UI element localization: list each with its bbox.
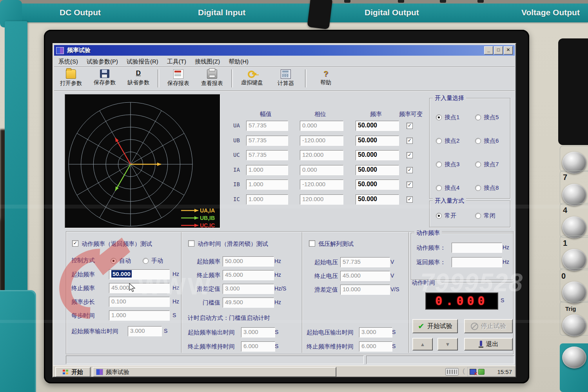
freq-variable-checkbox-UC[interactable]: ✓ [407, 152, 413, 158]
amplitude-field-IB[interactable]: 1.000 [246, 180, 288, 190]
phase-field-IC[interactable]: 120.000 [300, 194, 343, 205]
start-test-button[interactable]: ✔ 开始试验 [412, 319, 458, 333]
frequency-field-UB[interactable]: 50.000 [356, 136, 399, 146]
phase-field-UA[interactable]: 0.000 [300, 121, 343, 131]
stop-test-button[interactable]: 停止试验 [464, 319, 513, 333]
phase-field-UC[interactable]: 120.000 [300, 150, 343, 160]
lv-slip-setting-field[interactable]: 10.000 [340, 285, 390, 295]
amplitude-field-IC[interactable]: 1.000 [246, 194, 288, 205]
freq-variable-checkbox-IB[interactable]: ✓ [407, 181, 413, 188]
control-mode-radio-自动[interactable]: 自动 [111, 257, 131, 265]
contact-radio-接点5[interactable]: 接点5 [475, 114, 499, 121]
maximize-button[interactable]: □ [494, 46, 503, 54]
exit-button[interactable]: 退出 [464, 338, 513, 350]
menu-item-5[interactable]: 帮助(H) [224, 57, 253, 67]
frequency-field-UC[interactable]: 50.000 [356, 150, 399, 160]
contact-radio-接点2[interactable]: 接点2 [436, 137, 459, 145]
toolbar-save-floppy-button[interactable]: 保存参数 [88, 69, 122, 86]
toolbar-open-folder-button[interactable]: 打开参数 [54, 69, 88, 87]
action-frequency-result-field[interactable] [452, 243, 502, 253]
contact-radio-接点1[interactable]: 接点1 [436, 114, 459, 121]
fa-frequency-step-field[interactable]: 0.100 [109, 297, 170, 307]
phase-field-IB[interactable]: -120.000 [300, 180, 343, 190]
freq-variable-checkbox-IA[interactable]: ✓ [407, 167, 413, 173]
menu-item-4[interactable]: 接线图(Z) [191, 57, 224, 67]
freq-variable-checkbox-IC[interactable]: ✓ [407, 196, 413, 203]
step-up-button[interactable]: ▲ [412, 338, 433, 350]
frequency-field-UA[interactable]: 50.000 [356, 121, 399, 131]
minimize-button[interactable]: _ [484, 46, 493, 54]
phase-field-UB[interactable]: -120.000 [300, 136, 343, 146]
radio-icon [111, 258, 116, 264]
connector-nub [440, 0, 446, 3]
contact-mode-radio-常开[interactable]: 常开 [436, 212, 456, 220]
contact-radio-接点7[interactable]: 接点7 [475, 161, 499, 168]
fa-stop-frequency-field[interactable]: 45.000 [109, 283, 170, 293]
menu-item-2[interactable]: 试验报告(R) [122, 57, 163, 67]
menu-item-1[interactable]: 试验参数(P) [82, 57, 122, 67]
column-header-freq-variable: 频率可变 [397, 111, 425, 118]
lv-stop-voltage-field[interactable]: 45.000 [340, 271, 390, 281]
freq-variable-checkbox-UA[interactable]: ✓ [407, 123, 413, 129]
frequency-field-IB[interactable]: 50.000 [356, 180, 399, 190]
freq-action-checkbox[interactable]: ✓ [72, 240, 78, 247]
at-start-frequency-field[interactable]: 50.000 [223, 256, 274, 267]
default-params-icon: D [134, 69, 143, 78]
amplitude-field-UC[interactable]: 57.735 [246, 150, 288, 160]
toolbar-help-button[interactable]: ?帮助 [309, 69, 343, 86]
task-button-frequency-test[interactable]: 频率试验 [93, 367, 336, 377]
fa-start-frequency-field[interactable]: 50.000 [109, 269, 170, 279]
at-threshold-field[interactable]: 49.500 [223, 298, 274, 308]
toolbar-view-report-printer-button[interactable]: 查看报表 [195, 69, 229, 87]
frequency-field-IA[interactable]: 50.000 [356, 165, 399, 175]
lv-start-voltage-output-time-field[interactable]: 3.000 [359, 327, 392, 338]
tray-utility-icon[interactable] [478, 369, 485, 375]
network-disconnected-icon[interactable] [470, 369, 476, 375]
toolbar-save-report-button[interactable]: 保存报表 [162, 69, 195, 87]
freq-variable-checkbox-UB[interactable]: ✓ [407, 138, 413, 144]
amplitude-field-IA[interactable]: 1.000 [246, 165, 288, 175]
hardware-button-label-0: 0 [561, 272, 566, 281]
at-stop-frequency-field[interactable]: 45.000 [223, 270, 274, 280]
action-time-checkbox[interactable] [188, 240, 194, 247]
contact-radio-接点4[interactable]: 接点4 [436, 184, 459, 192]
input-method-keyboard-icon[interactable] [445, 368, 459, 376]
toolbar-calculator-button[interactable]: 计算器 [269, 69, 303, 87]
toolbar-separator [231, 69, 233, 87]
menu-item-3[interactable]: 工具(T) [163, 57, 191, 67]
fa-step-time-unit: S [172, 312, 176, 318]
phase-field-IA[interactable]: 0.000 [300, 165, 343, 175]
menu-item-0[interactable]: 系统(S) [54, 57, 82, 67]
amplitude-field-UA[interactable]: 57.735 [246, 121, 288, 131]
toolbar-default-params-button[interactable]: D缺省参数 [122, 69, 155, 86]
fa-stop-frequency-unit: Hz [172, 285, 179, 291]
return-frequency-result-field[interactable] [452, 257, 502, 267]
up-arrow-icon: ▲ [420, 341, 425, 347]
control-mode-radio-手动[interactable]: 手动 [143, 257, 163, 265]
contact-mode-radio-常闭[interactable]: 常闭 [475, 212, 495, 220]
close-button[interactable]: ✕ [504, 46, 513, 54]
toolbar-virtual-keyboard-key-button[interactable]: 虚拟键盘 [235, 69, 269, 86]
at-slip-setting-field[interactable]: 3.000 [223, 284, 274, 294]
frequency-field-IC[interactable]: 50.000 [356, 194, 399, 205]
lv-start-voltage-field[interactable]: 57.735 [340, 257, 390, 267]
contact-radio-接点6[interactable]: 接点6 [475, 137, 499, 145]
bezel-band: DC OutputDigital InputDigital OutputVolt… [0, 4, 588, 22]
lv-stop-frequency-hold-time-field[interactable]: 6.000 [359, 341, 392, 352]
at-start-frequency-label: 起始频率 [188, 258, 220, 265]
at-start-frequency-output-time-field[interactable]: 3.000 [241, 327, 275, 338]
fa-step-time-field[interactable]: 1.000 [109, 310, 170, 321]
step-down-button[interactable]: ▼ [437, 338, 458, 350]
at-stop-frequency-hold-time-field[interactable]: 6.000 [241, 341, 275, 352]
check-icon: ✔ [418, 322, 425, 330]
bezel-label-2: Digital Output [365, 8, 419, 17]
amplitude-field-UB[interactable]: 57.735 [246, 136, 288, 146]
title-bar[interactable]: 频率试验 _ □ ✕ [54, 45, 515, 56]
low-voltage-checkbox[interactable] [309, 240, 315, 247]
system-tray: 15:57 [467, 367, 515, 376]
contact-radio-接点3[interactable]: 接点3 [436, 161, 459, 168]
fa-start-frequency-output-time-field[interactable]: 3.000 [128, 326, 162, 336]
lv-slip-setting-unit: V/S [390, 286, 399, 292]
start-menu-button[interactable]: 开始 [55, 367, 91, 377]
contact-radio-接点8[interactable]: 接点8 [475, 184, 499, 192]
